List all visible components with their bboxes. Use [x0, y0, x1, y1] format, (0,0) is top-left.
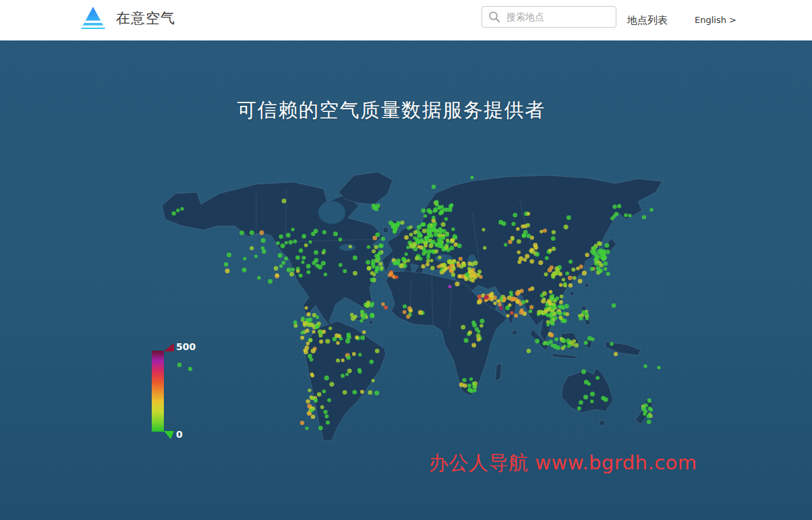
- nav-language-link[interactable]: English >: [695, 11, 736, 29]
- app-name: 在意空气: [116, 9, 175, 28]
- app-logo[interactable]: 在意空气: [80, 6, 175, 30]
- search-icon: [488, 11, 500, 23]
- top-header: 在意空气 地点列表 English >: [0, 0, 812, 40]
- legend-min-label: 0: [176, 429, 183, 440]
- legend-max-marker: [164, 343, 174, 351]
- world-aqi-map[interactable]: [155, 172, 668, 449]
- logo-triangle-icon: [80, 6, 107, 30]
- world-map-svg: [155, 172, 668, 449]
- aqi-legend: 500 0: [152, 349, 212, 444]
- search-box[interactable]: [482, 6, 616, 28]
- legend-min-marker: [164, 431, 174, 439]
- hero-section: 可信赖的空气质量数据服务提供者: [0, 40, 812, 520]
- legend-max-label: 500: [176, 341, 196, 352]
- watermark-text: 办公人导航 www.bgrdh.com: [429, 450, 697, 477]
- nav-places-link[interactable]: 地点列表: [627, 11, 668, 29]
- search-input[interactable]: [505, 11, 612, 23]
- hero-title: 可信赖的空气质量数据服务提供者: [0, 97, 782, 124]
- aqi-gradient-bar: [152, 351, 164, 432]
